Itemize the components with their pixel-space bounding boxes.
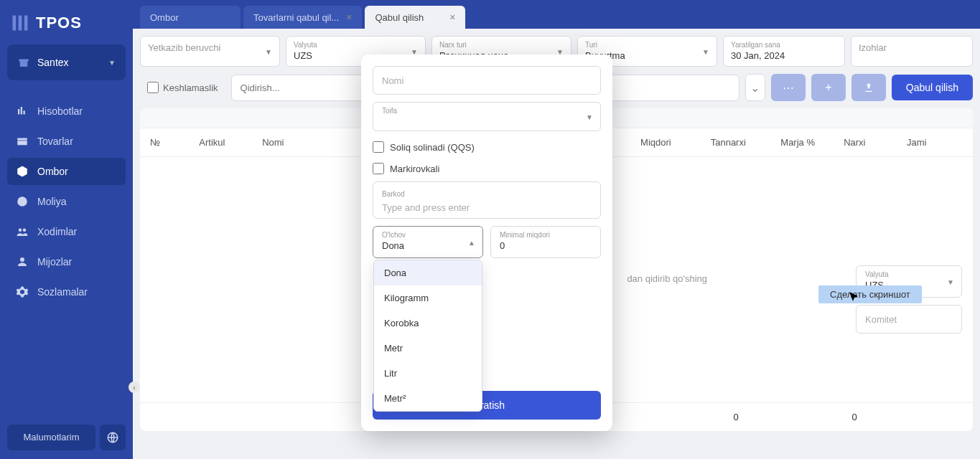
modal-overlay[interactable] [0, 0, 980, 459]
screenshot-tooltip: Сделать скриншот [818, 285, 922, 303]
